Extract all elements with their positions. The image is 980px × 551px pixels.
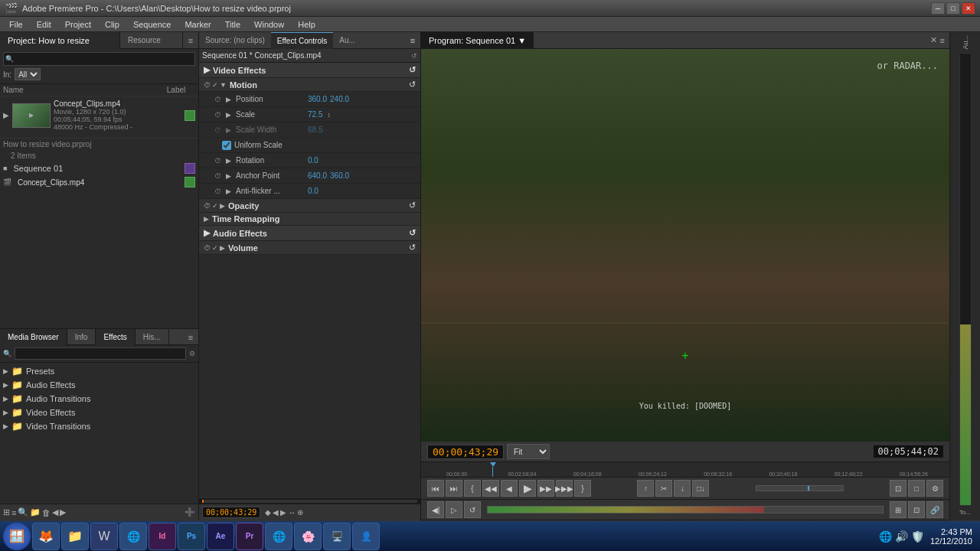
scale-expand-icon[interactable]: ▶ [226, 111, 231, 119]
toolbar-icon7[interactable]: ▶ [60, 507, 66, 517]
video-effects-reset[interactable]: ↺ [409, 65, 416, 75]
extract-btn[interactable]: ✂ [655, 480, 672, 497]
tab-effect-controls[interactable]: Effect Controls [271, 32, 333, 49]
lift-btn[interactable]: ↑ [637, 480, 654, 497]
tab-program-monitor[interactable]: Program: Sequence 01 ▼ [421, 32, 534, 49]
overwrite-btn[interactable]: □↓ [692, 480, 709, 497]
effects-search-input[interactable] [15, 347, 186, 360]
fit-select[interactable]: Fit 100% 50% 25% [507, 444, 550, 459]
anchor-y-value[interactable]: 360.0 [330, 171, 349, 180]
tab-effects[interactable]: Effects [96, 329, 135, 346]
folder-video-transitions[interactable]: ▶ 📁 Video Transitions [0, 419, 198, 433]
antiflicker-stopwatch-icon[interactable]: ⏱ [214, 187, 221, 195]
anchor-x-value[interactable]: 640.0 [308, 171, 327, 180]
tab-history[interactable]: His... [136, 329, 169, 346]
go-to-in-btn[interactable]: ⏮ [427, 480, 444, 497]
monitor-scrubber[interactable]: 00;00;00 00;02;08;04 00;04;16;08 00;06;2… [421, 462, 949, 478]
scale-drag-handle[interactable]: ↕ [327, 111, 331, 119]
uniform-scale-checkbox[interactable] [222, 141, 231, 150]
volume-reset[interactable]: ↺ [409, 243, 416, 253]
loop-btn[interactable]: ↺ [464, 501, 481, 518]
toolbar-icon1[interactable]: ⊞ [3, 507, 10, 517]
multi-camera-btn[interactable]: ⊡ [908, 501, 925, 518]
scale-value[interactable]: 72.5 [308, 110, 322, 119]
maximize-button[interactable]: □ [946, 2, 960, 15]
ec-menu-btn[interactable]: ≡ [405, 36, 420, 45]
go-to-out-btn[interactable]: ⏭ [446, 480, 462, 497]
menu-window[interactable]: Window [248, 17, 290, 32]
taskbar-app-photoshop[interactable]: Ps [178, 523, 205, 550]
step-back-btn[interactable]: ◀◀ [482, 480, 499, 497]
playback-bar[interactable] [756, 485, 844, 491]
menu-project[interactable]: Project [59, 17, 97, 32]
effects-add-icon[interactable]: ➕ [185, 507, 195, 517]
menu-sequence[interactable]: Sequence [127, 17, 178, 32]
toolbar-icon4[interactable]: 📁 [30, 507, 41, 517]
tab-source[interactable]: Source: (no clips) [199, 32, 271, 49]
play-btn[interactable]: ▶ [519, 480, 536, 497]
list-item[interactable]: ▶ ▶ Concept_Clips.mp4 Movie, 980 x 551 … [0, 98, 198, 132]
tab-info[interactable]: Info [67, 329, 96, 346]
ec-add-keyframe-icon[interactable]: ◆ [265, 508, 271, 517]
ec-next-keyframe-icon[interactable]: ▶ [280, 508, 286, 517]
close-button[interactable]: ✕ [962, 2, 975, 15]
effects-menu-btn[interactable]: ≡ [183, 329, 198, 346]
mark-out-btn[interactable]: } [574, 480, 591, 497]
menu-file[interactable]: File [3, 17, 29, 32]
ec-fit-btn[interactable]: ↔ [288, 508, 296, 517]
ec-zoom-btn[interactable]: ⊕ [297, 508, 303, 517]
safe-margins-btn[interactable]: ⊡ [890, 480, 906, 497]
audio-effects-header[interactable]: ▶ Audio Effects ↺ [199, 226, 420, 241]
list-item[interactable]: 🎬 Concept_Clips.mp4 [0, 175, 198, 189]
list-item[interactable]: ■ Sequence 01 [0, 161, 198, 175]
jkl-back-btn[interactable]: ◀| [427, 501, 444, 518]
toolbar-icon3[interactable]: 🔍 [18, 507, 28, 517]
folder-presets[interactable]: ▶ 📁 Presets [0, 364, 198, 378]
taskbar-app-user[interactable]: 👤 [352, 523, 380, 550]
toolbar-icon5[interactable]: 🗑 [42, 508, 51, 517]
folder-audio-effects[interactable]: ▶ 📁 Audio Effects [0, 378, 198, 392]
monitor-menu-icon[interactable]: ≡ [940, 36, 945, 45]
tab-project[interactable]: Project: How to resize video [0, 32, 120, 49]
rotation-stopwatch-icon[interactable]: ⏱ [214, 157, 221, 165]
scale-stopwatch-icon[interactable]: ⏱ [214, 111, 221, 119]
anchor-stopwatch-icon[interactable]: ⏱ [214, 172, 221, 180]
menu-clip[interactable]: Clip [99, 17, 126, 32]
current-timecode[interactable]: 00;00;43;29 [427, 445, 504, 459]
gang-btn[interactable]: 🔗 [926, 501, 943, 518]
ec-playhead-bar[interactable] [202, 500, 417, 503]
taskbar-app-word[interactable]: W [90, 523, 118, 550]
folder-video-effects[interactable]: ▶ 📁 Video Effects [0, 406, 198, 419]
project-search-input[interactable] [15, 55, 194, 64]
opacity-effect-header[interactable]: ⏱ ✓ ▶ Opacity ↺ [199, 199, 420, 213]
taskbar-app-ie2[interactable]: 🌐 [119, 523, 147, 550]
tab-audio-mixer[interactable]: Au... [333, 32, 361, 49]
rotation-expand-icon[interactable]: ▶ [226, 157, 231, 165]
sequence-settings-btn[interactable]: ⊞ [890, 501, 906, 518]
taskbar-app-indesign[interactable]: Id [149, 523, 176, 550]
minimize-button[interactable]: ─ [931, 2, 945, 15]
tab-resource[interactable]: Resource C... [120, 32, 183, 49]
video-effects-header[interactable]: ▶ Video Effects ↺ [199, 63, 420, 78]
audio-effects-reset[interactable]: ↺ [409, 228, 416, 238]
anti-flicker-value[interactable]: 0.0 [308, 187, 318, 195]
audio-level-bar[interactable] [487, 506, 884, 514]
menu-edit[interactable]: Edit [31, 17, 57, 32]
ec-reset-icon[interactable]: ↺ [411, 52, 417, 60]
mark-in-btn[interactable]: { [464, 480, 481, 497]
project-search[interactable]: 🔍 [3, 52, 195, 66]
antiflicker-expand-icon[interactable]: ▶ [226, 187, 231, 195]
taskbar-app-vm[interactable]: 🖥️ [323, 523, 351, 550]
ec-prev-keyframe-icon[interactable]: ◀ [273, 508, 279, 517]
motion-effect-header[interactable]: ⏱ ✓ ▼ Motion ↺ [199, 78, 420, 92]
toolbar-icon6[interactable]: ◀ [52, 507, 58, 517]
fast-forward-btn[interactable]: ▶▶ [537, 480, 554, 497]
insert-btn[interactable]: ↓ [674, 480, 691, 497]
menu-title[interactable]: Title [219, 17, 247, 32]
step-forward-btn[interactable]: ▶▶▶ [556, 480, 573, 497]
opacity-reset[interactable]: ↺ [409, 201, 416, 210]
monitor-close-icon[interactable]: ✕ [930, 35, 937, 45]
rotation-value[interactable]: 0.0 [308, 156, 318, 165]
taskbar-app-explorer[interactable]: 📁 [61, 523, 89, 550]
toolbar-icon2[interactable]: ≡ [11, 508, 16, 517]
